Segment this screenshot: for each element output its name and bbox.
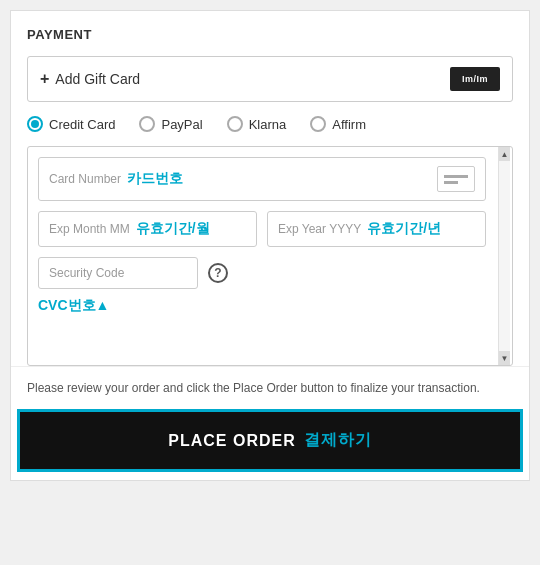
card-icon bbox=[437, 166, 475, 192]
security-row: Security Code ? bbox=[38, 257, 486, 289]
gift-card-left: + Add Gift Card bbox=[40, 70, 140, 88]
exp-year-kr: 유효기간/년 bbox=[367, 220, 441, 238]
method-klarna[interactable]: Klarna bbox=[227, 116, 287, 132]
payment-title: PAYMENT bbox=[27, 27, 513, 42]
gift-card-row[interactable]: + Add Gift Card Im/Im bbox=[27, 56, 513, 102]
exp-month-field[interactable]: Exp Month MM 유효기간/월 bbox=[38, 211, 257, 247]
card-number-label-group: Card Number 카드번호 bbox=[49, 170, 183, 188]
affirm-label: Affirm bbox=[332, 117, 366, 132]
gift-card-label: Add Gift Card bbox=[55, 71, 140, 87]
radio-klarna[interactable] bbox=[227, 116, 243, 132]
help-icon[interactable]: ? bbox=[208, 263, 228, 283]
card-number-kr: 카드번호 bbox=[127, 170, 183, 188]
card-number-label: Card Number bbox=[49, 172, 121, 186]
credit-card-label: Credit Card bbox=[49, 117, 115, 132]
exp-month-label: Exp Month MM bbox=[49, 222, 130, 236]
scroll-up-arrow[interactable]: ▲ bbox=[499, 147, 510, 161]
gift-card-logo-text: Im/Im bbox=[462, 74, 488, 84]
card-number-field[interactable]: Card Number 카드번호 bbox=[38, 157, 486, 201]
exp-year-label: Exp Year YYYY bbox=[278, 222, 361, 236]
exp-month-kr: 유효기간/월 bbox=[136, 220, 210, 238]
place-order-label-kr: 결제하기 bbox=[304, 430, 372, 451]
scrollbar-thumb[interactable] bbox=[499, 161, 510, 351]
klarna-label: Klarna bbox=[249, 117, 287, 132]
card-icon-lines bbox=[444, 175, 468, 184]
card-form-wrapper: Card Number 카드번호 Exp Month MM 유효기간/월 bbox=[27, 146, 513, 366]
paypal-label: PayPal bbox=[161, 117, 202, 132]
question-mark: ? bbox=[214, 266, 221, 280]
security-code-field[interactable]: Security Code bbox=[38, 257, 198, 289]
card-icon-line-2 bbox=[444, 181, 458, 184]
plus-icon: + bbox=[40, 70, 49, 88]
exp-year-field[interactable]: Exp Year YYYY 유효기간/년 bbox=[267, 211, 486, 247]
scrollbar-track: ▲ ▼ bbox=[498, 147, 510, 365]
notice-text: Please review your order and click the P… bbox=[11, 366, 529, 409]
security-code-label: Security Code bbox=[49, 266, 124, 280]
card-inner: Card Number 카드번호 Exp Month MM 유효기간/월 bbox=[38, 157, 502, 315]
scroll-down-arrow[interactable]: ▼ bbox=[499, 351, 510, 365]
exp-row: Exp Month MM 유효기간/월 Exp Year YYYY 유효기간/년 bbox=[38, 211, 486, 247]
method-paypal[interactable]: PayPal bbox=[139, 116, 202, 132]
page-wrapper: PAYMENT + Add Gift Card Im/Im Credit Car… bbox=[10, 10, 530, 481]
payment-methods: Credit Card PayPal Klarna Affirm bbox=[27, 116, 513, 132]
radio-affirm[interactable] bbox=[310, 116, 326, 132]
gift-card-logo: Im/Im bbox=[450, 67, 500, 91]
method-affirm[interactable]: Affirm bbox=[310, 116, 366, 132]
method-credit-card[interactable]: Credit Card bbox=[27, 116, 115, 132]
radio-paypal[interactable] bbox=[139, 116, 155, 132]
card-icon-line-1 bbox=[444, 175, 468, 178]
payment-section: PAYMENT + Add Gift Card Im/Im Credit Car… bbox=[11, 11, 529, 366]
place-order-label: PLACE ORDER bbox=[168, 432, 295, 450]
radio-credit-card[interactable] bbox=[27, 116, 43, 132]
cvc-label: CVC번호▲ bbox=[38, 297, 486, 315]
place-order-button[interactable]: PLACE ORDER 결제하기 bbox=[17, 409, 523, 472]
